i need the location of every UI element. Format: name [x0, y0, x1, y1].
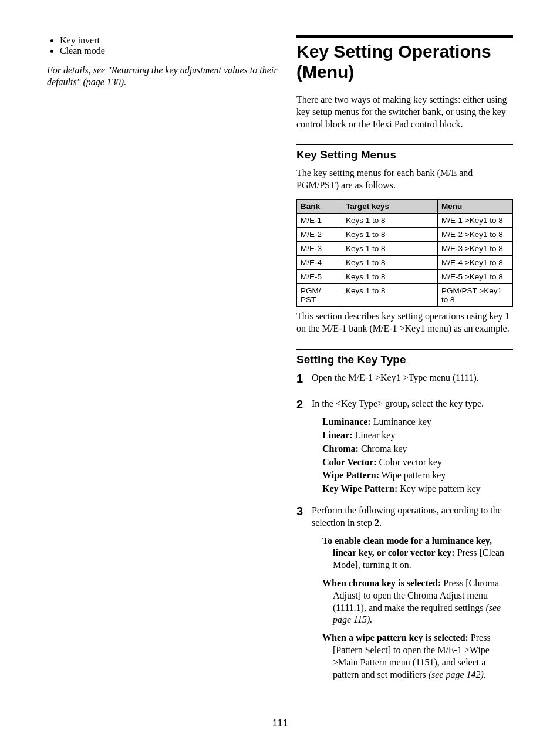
keytype-desc: Chroma key	[359, 444, 407, 454]
section-heading: Key Setting Menus	[296, 148, 513, 161]
keytype-item: Luminance: Luminance key	[322, 416, 513, 428]
table-cell: Keys 1 to 8	[342, 283, 438, 306]
table-row: M/E-2 Keys 1 to 8 M/E-2 >Key1 to 8	[297, 227, 513, 241]
table-cell: M/E-5	[297, 269, 342, 283]
step3-sublist: To enable clean mode for a luminance key…	[322, 535, 513, 681]
keytype-desc: Linear key	[353, 430, 396, 440]
table-cell: M/E-4	[297, 255, 342, 269]
table-row: PGM/ PST Keys 1 to 8 PGM/PST >Key1 to 8	[297, 283, 513, 306]
table-row: M/E-5 Keys 1 to 8 M/E-5 >Key1 to 8	[297, 269, 513, 283]
section-heading: Setting the Key Type	[296, 353, 513, 366]
table-cell: M/E-5 >Key1 to 8	[438, 269, 513, 283]
table-cell: M/E-2	[297, 227, 342, 241]
main-heading: Key Setting Operations (Menu)	[296, 42, 513, 82]
keytype-list: Luminance: Luminance key Linear: Linear …	[322, 416, 513, 495]
sub-lead: When a wipe pattern key is selected:	[322, 633, 471, 643]
table-cell: Keys 1 to 8	[342, 269, 438, 283]
keytype-desc: Wipe pattern key	[379, 470, 446, 480]
keytype-item: Wipe Pattern: Wipe pattern key	[322, 469, 513, 482]
bullet-list: Key invert Clean mode	[47, 35, 279, 56]
bank-table: Bank Target keys Menu M/E-1 Keys 1 to 8 …	[296, 199, 513, 307]
keytype-label: Wipe Pattern:	[322, 470, 379, 480]
table-cell: M/E-3 >Key1 to 8	[438, 241, 513, 255]
step-body: In the <Key Type> group, select the key …	[312, 398, 513, 496]
after-table-paragraph: This section describes key setting opera…	[296, 310, 513, 335]
keytype-item: Color Vector: Color vector key	[322, 457, 513, 469]
sub-item: To enable clean mode for a luminance key…	[322, 535, 513, 572]
keytype-item: Linear: Linear key	[322, 430, 513, 442]
step-list: 1 Open the M/E-1 >Key1 >Type menu (1111)…	[296, 372, 513, 687]
step-item: 2 In the <Key Type> group, select the ke…	[296, 398, 513, 496]
step-text: Open the M/E-1 >Key1 >Type menu (1111).	[312, 372, 513, 384]
table-cell: M/E-1	[297, 213, 342, 227]
table-row: M/E-3 Keys 1 to 8 M/E-3 >Key1 to 8	[297, 241, 513, 255]
keytype-label: Luminance:	[322, 417, 371, 427]
table-cell: M/E-2 >Key1 to 8	[438, 227, 513, 241]
keytype-item: Chroma: Chroma key	[322, 443, 513, 455]
keytype-label: Key Wipe Pattern:	[322, 484, 397, 494]
table-cell: M/E-4 >Key1 to 8	[438, 255, 513, 269]
keytype-desc: Key wipe pattern key	[397, 484, 480, 494]
step-number: 1	[296, 372, 312, 384]
keytype-desc: Color vector key	[377, 457, 443, 467]
page-content: Key invert Clean mode For details, see "…	[47, 35, 513, 695]
step-reference: 2	[375, 518, 379, 528]
keytype-label: Color Vector:	[322, 457, 377, 467]
table-cell: Keys 1 to 8	[342, 213, 438, 227]
sub-item: When chroma key is selected: Press [Chro…	[322, 577, 513, 626]
right-column: Key Setting Operations (Menu) There are …	[296, 35, 513, 695]
list-item: Clean mode	[60, 46, 279, 56]
keytype-desc: Luminance key	[371, 417, 431, 427]
step-body: Perform the following operations, accord…	[312, 505, 513, 687]
step-number: 2	[296, 398, 312, 410]
section-lead: The key setting menus for each bank (M/E…	[296, 167, 513, 192]
table-row: M/E-1 Keys 1 to 8 M/E-1 >Key1 to 8	[297, 213, 513, 227]
section-rule	[296, 349, 513, 350]
table-cell: PGM/PST >Key1 to 8	[438, 283, 513, 306]
table-cell: M/E-3	[297, 241, 342, 255]
step-item: 3 Perform the following operations, acco…	[296, 505, 513, 687]
table-header: Target keys	[342, 199, 438, 213]
keytype-label: Chroma:	[322, 444, 359, 454]
left-column: Key invert Clean mode For details, see "…	[47, 35, 279, 695]
table-cell: Keys 1 to 8	[342, 227, 438, 241]
sub-item: When a wipe pattern key is selected: Pre…	[322, 632, 513, 681]
sub-lead: When chroma key is selected:	[322, 578, 443, 588]
table-header-row: Bank Target keys Menu	[297, 199, 513, 213]
step-text: In the <Key Type> group, select the key …	[312, 398, 513, 410]
table-cell: Keys 1 to 8	[342, 241, 438, 255]
step-number: 3	[296, 505, 312, 517]
sub-ital: (see page 142).	[429, 670, 486, 680]
step-body: Open the M/E-1 >Key1 >Type menu (1111).	[312, 372, 513, 390]
step-item: 1 Open the M/E-1 >Key1 >Type menu (1111)…	[296, 372, 513, 390]
table-cell: M/E-1 >Key1 to 8	[438, 213, 513, 227]
page-number: 111	[47, 718, 513, 729]
table-row: M/E-4 Keys 1 to 8 M/E-4 >Key1 to 8	[297, 255, 513, 269]
list-item: Key invert	[60, 35, 279, 46]
details-reference: For details, see "Returning the key adju…	[47, 65, 279, 88]
table-cell: Keys 1 to 8	[342, 255, 438, 269]
heading-rule	[296, 35, 513, 38]
table-cell: PGM/ PST	[297, 283, 342, 306]
intro-paragraph: There are two ways of making key setting…	[296, 94, 513, 130]
keytype-label: Linear:	[322, 430, 353, 440]
section-rule	[296, 144, 513, 145]
table-header: Bank	[297, 199, 342, 213]
table-header: Menu	[438, 199, 513, 213]
step-text: Perform the following operations, accord…	[312, 505, 513, 529]
keytype-item: Key Wipe Pattern: Key wipe pattern key	[322, 483, 513, 495]
